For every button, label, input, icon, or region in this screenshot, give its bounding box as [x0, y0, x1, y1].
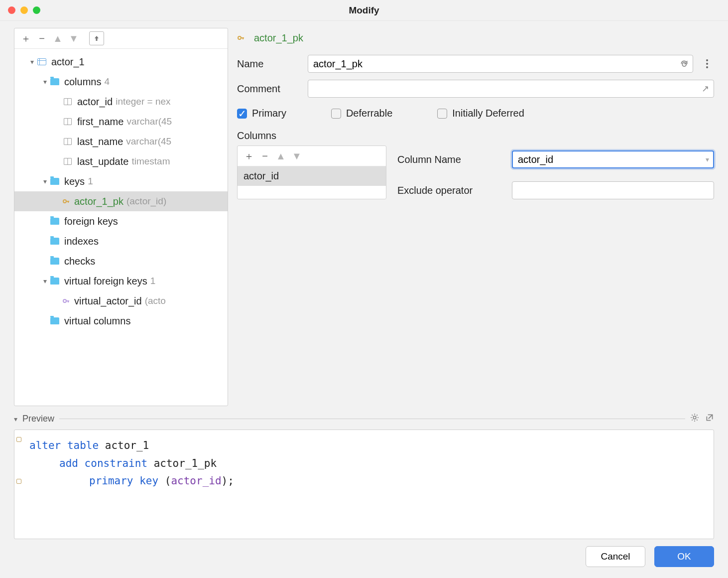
preview-label: Preview — [22, 414, 54, 424]
tree-node-indexes[interactable]: indexes — [14, 231, 228, 251]
tree-hint: integer = nex — [116, 96, 170, 107]
tree-hint: (actor_id) — [126, 196, 166, 207]
tree-node-virtual-fk[interactable]: ▾ virtual foreign keys 1 — [14, 271, 228, 291]
sql-keyword: alter — [29, 439, 61, 451]
sql-preview[interactable]: alter table actor_1 add constraint actor… — [14, 430, 714, 539]
sql-keyword: add — [59, 457, 78, 469]
tree-node-table[interactable]: ▾ actor_1 — [14, 52, 228, 72]
name-label: Name — [237, 58, 308, 70]
move-column-down-button[interactable]: ▼ — [289, 149, 304, 163]
tree-node-virtual-columns[interactable]: virtual columns — [14, 311, 228, 331]
remove-column-button[interactable]: − — [257, 149, 272, 163]
chevron-down-icon[interactable]: ▾ — [40, 78, 49, 86]
tree-label: virtual columns — [64, 315, 130, 327]
chevron-down-icon[interactable]: ▾ — [27, 58, 36, 66]
column-icon — [62, 116, 73, 127]
tree-label: first_name — [77, 116, 123, 128]
add-column-button[interactable]: ＋ — [242, 149, 256, 163]
exclude-operator-label: Exclude operator — [397, 185, 512, 196]
tree-label: checks — [64, 256, 95, 267]
svg-point-0 — [63, 200, 66, 203]
tree-node-column[interactable]: actor_id integer = nex — [14, 92, 228, 112]
column-icon — [62, 136, 73, 147]
chevron-down-icon[interactable]: ▾ — [40, 277, 49, 285]
chevron-down-icon[interactable]: ▾ — [14, 415, 17, 423]
move-column-up-button[interactable]: ▲ — [273, 149, 288, 163]
column-name-input[interactable] — [512, 150, 714, 168]
tree-node-column[interactable]: last_update timestam — [14, 151, 228, 171]
move-up-button[interactable]: ▲ — [50, 31, 65, 45]
pk-column-icon — [62, 96, 73, 107]
initially-deferred-checkbox[interactable]: Initially Deferred — [437, 108, 524, 119]
sql-keyword: constraint — [85, 457, 147, 469]
key-icon — [237, 34, 245, 42]
tree-node-columns[interactable]: ▾ columns 4 — [14, 72, 228, 92]
sql-keyword: primary — [89, 475, 133, 487]
checkbox-unchecked-icon — [437, 109, 447, 119]
exclude-operator-input[interactable] — [512, 181, 714, 199]
folder-icon — [49, 315, 60, 326]
checkbox-label: Deferrable — [346, 108, 392, 119]
sql-paren: ); — [222, 475, 234, 487]
svg-point-1 — [63, 299, 66, 302]
more-menu-button[interactable] — [700, 59, 714, 68]
structure-tree[interactable]: ▾ actor_1 ▾ columns 4 actor_id integer =… — [14, 49, 228, 406]
table-icon — [36, 56, 47, 67]
window-title: Modify — [0, 5, 728, 16]
open-external-icon[interactable] — [705, 413, 714, 425]
tree-label: columns — [64, 76, 101, 88]
tree-count: 4 — [104, 76, 110, 87]
remove-button[interactable]: − — [34, 31, 49, 45]
cancel-button[interactable]: Cancel — [586, 546, 645, 567]
primary-checkbox[interactable]: ✓ Primary — [237, 108, 286, 119]
checkbox-unchecked-icon — [331, 109, 341, 119]
move-down-button[interactable]: ▼ — [66, 31, 81, 45]
key-icon — [62, 197, 70, 205]
deferrable-checkbox[interactable]: Deferrable — [331, 108, 392, 119]
sql-ident: actor_1 — [105, 439, 149, 451]
collapse-button[interactable] — [89, 31, 104, 45]
tree-hint: varchar(45 — [126, 136, 171, 147]
tree-label: keys — [64, 176, 85, 187]
tree-node-column[interactable]: first_name varchar(45 — [14, 112, 228, 132]
svg-point-2 — [238, 36, 241, 39]
columns-toolbar: ＋ − ▲ ▼ — [238, 146, 386, 166]
tree-label: virtual_actor_id — [74, 295, 142, 307]
tree-node-virtual-key[interactable]: virtual_actor_id (acto — [14, 291, 228, 311]
tree-node-foreign-keys[interactable]: foreign keys — [14, 211, 228, 231]
tree-node-column[interactable]: last_name varchar(45 — [14, 132, 228, 151]
tree-node-pk[interactable]: actor_1_pk (actor_id) — [14, 191, 228, 211]
column-name-label: Column Name — [397, 154, 512, 165]
tree-label: last_update — [77, 156, 128, 167]
add-button[interactable]: ＋ — [18, 31, 33, 45]
sql-ident: actor_id — [171, 475, 221, 487]
columns-list: ＋ − ▲ ▼ actor_id — [237, 145, 386, 199]
column-list-item[interactable]: actor_id — [238, 166, 386, 186]
gear-icon[interactable] — [690, 413, 699, 425]
columns-heading: Columns — [237, 130, 714, 142]
tree-hint: timestam — [131, 156, 170, 167]
breadcrumb-label: actor_1_pk — [254, 32, 303, 44]
refresh-icon[interactable] — [678, 58, 690, 70]
details-pane: actor_1_pk Name Comment ↗ — [228, 21, 728, 413]
checkbox-checked-icon: ✓ — [237, 109, 247, 119]
tree-label: indexes — [64, 236, 99, 247]
expand-icon[interactable]: ↗ — [699, 83, 711, 95]
checkbox-label: Primary — [252, 108, 286, 119]
folder-icon — [49, 276, 60, 287]
titlebar: Modify — [0, 0, 728, 21]
ok-button[interactable]: OK — [654, 546, 714, 567]
chevron-down-icon[interactable]: ▾ — [40, 177, 49, 185]
breadcrumb: actor_1_pk — [237, 28, 714, 48]
comment-label: Comment — [237, 83, 308, 95]
structure-tree-pane: ＋ − ▲ ▼ ▾ actor_1 ▾ columns 4 — [14, 28, 228, 406]
folder-icon — [49, 176, 60, 187]
tree-count: 1 — [88, 176, 93, 187]
name-input[interactable] — [308, 55, 693, 73]
tree-toolbar: ＋ − ▲ ▼ — [14, 28, 228, 49]
comment-input[interactable] — [308, 80, 714, 98]
tree-node-checks[interactable]: checks — [14, 251, 228, 271]
tree-label: actor_1 — [51, 56, 85, 68]
folder-icon — [49, 256, 60, 267]
tree-node-keys[interactable]: ▾ keys 1 — [14, 171, 228, 191]
